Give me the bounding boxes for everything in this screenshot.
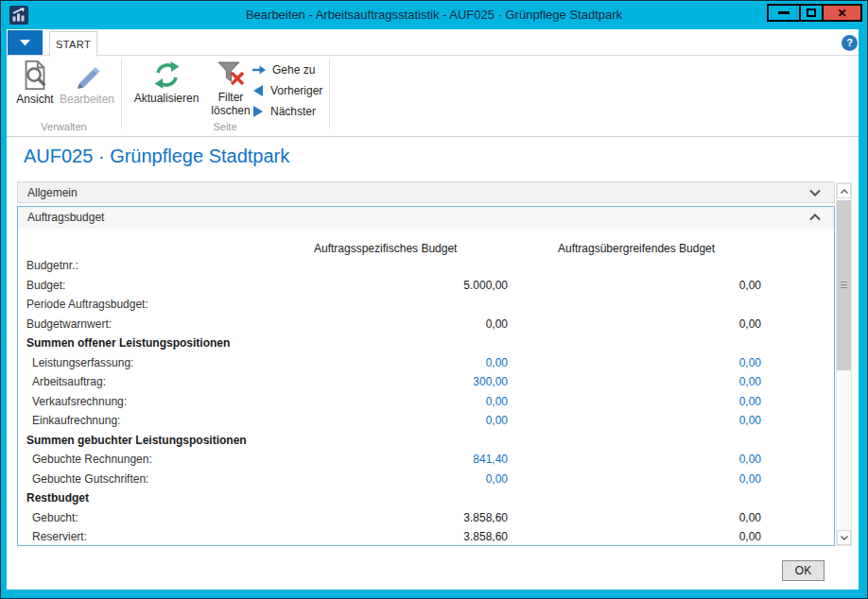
window-body: START ? Ansicht xyxy=(7,29,859,590)
budget-group-row: Summen gebuchter Leistungspositionen xyxy=(18,431,834,451)
row-label: Periode Auftragsbudget: xyxy=(26,295,148,315)
chevron-up-icon xyxy=(841,189,848,194)
budget-group-row: Restbudget xyxy=(18,488,834,508)
ribbon-nav-stack: Gehe zu Vorheriger Nächster xyxy=(252,60,322,122)
value-order-overall[interactable]: 0,00 xyxy=(739,372,761,392)
budget-field-row: Verkaufsrechnung:0,000,00 xyxy=(18,392,834,412)
fasttab-allgemein[interactable]: Allgemein xyxy=(17,181,835,203)
value-order-specific[interactable]: 841,40 xyxy=(473,450,508,470)
value-order-specific[interactable]: 0,00 xyxy=(486,392,508,412)
value-order-specific[interactable]: 0,00 xyxy=(486,470,508,489)
value-order-overall[interactable]: 0,00 xyxy=(739,450,761,470)
minimize-button[interactable] xyxy=(767,4,801,22)
group-label-verwalten: Verwalten xyxy=(7,121,121,132)
row-label: Budget: xyxy=(26,276,65,296)
budget-rows: Budgetnr.:Budget:5.000,000,00Periode Auf… xyxy=(18,256,834,545)
fasttab-label: Allgemein xyxy=(27,182,78,203)
button-label: Nächster xyxy=(270,105,316,118)
nav-statistics-window: Bearbeiten - Arbeitsauftragsstatistik - … xyxy=(0,0,868,599)
help-icon[interactable]: ? xyxy=(842,35,858,51)
budget-field-row: Arbeitsauftrag:300,000,00 xyxy=(18,372,834,392)
ribbon-tab-row: START ? xyxy=(7,29,859,56)
maximize-button[interactable] xyxy=(799,4,824,22)
budget-field-row: Periode Auftragsbudget: xyxy=(18,295,834,315)
clear-filter-icon xyxy=(216,60,246,90)
dropdown-triangle-icon xyxy=(20,40,30,46)
vertical-scrollbar[interactable] xyxy=(836,182,852,546)
value-order-overall[interactable]: 0,00 xyxy=(739,392,761,412)
value-order-overall[interactable]: 0,00 xyxy=(739,470,761,489)
row-label: Summen offener Leistungspositionen xyxy=(26,334,230,353)
maximize-icon xyxy=(807,9,816,17)
ansicht-button[interactable]: Ansicht xyxy=(13,58,57,106)
window-title: Bearbeiten - Arbeitsauftragsstatistik - … xyxy=(1,1,867,28)
scrollbar-thumb[interactable] xyxy=(837,200,851,370)
ok-button[interactable]: OK xyxy=(782,560,825,581)
row-label: Restbudget xyxy=(26,488,89,508)
bearbeiten-button: Bearbeiten xyxy=(60,58,114,106)
row-label: Summen gebuchter Leistungspositionen xyxy=(26,431,247,451)
budget-group-row: Summen offener Leistungspositionen xyxy=(18,334,834,353)
button-label: Vorheriger xyxy=(270,84,322,97)
chevron-up-icon[interactable] xyxy=(809,214,821,221)
budget-field-row: Reserviert:3.858,600,00 xyxy=(18,527,834,545)
previous-triangle-icon xyxy=(252,84,265,97)
fasttab-auftragsbudget-header[interactable]: Auftragsbudget xyxy=(18,207,834,229)
button-label: Bearbeiten xyxy=(60,93,114,106)
vorheriger-button[interactable]: Vorheriger xyxy=(252,80,322,101)
button-label: Ansicht xyxy=(13,93,57,106)
value-order-specific: 3.858,60 xyxy=(463,508,508,528)
column-header-order-specific: Auftragsspezifisches Budget xyxy=(314,242,457,255)
button-label: Filter löschen xyxy=(206,91,255,117)
scrollbar-grip-icon xyxy=(841,282,847,290)
budget-field-row: Budget:5.000,000,00 xyxy=(18,276,834,296)
budget-field-row: Gebuchte Rechnungen:841,400,00 xyxy=(18,450,834,470)
budget-field-row: Einkaufrechnung:0,000,00 xyxy=(18,411,834,431)
tab-start[interactable]: START xyxy=(49,31,97,57)
value-order-overall: 0,00 xyxy=(739,276,761,296)
row-label: Reserviert: xyxy=(32,527,87,545)
page-title: AUF025 · Grünpflege Stadtpark xyxy=(24,145,289,167)
row-label: Leistungserfassung: xyxy=(32,353,133,373)
application-menu-button[interactable] xyxy=(8,30,43,55)
go-to-arrow-icon xyxy=(252,64,267,76)
scroll-up-button[interactable] xyxy=(837,183,851,198)
aktualisieren-button[interactable]: Aktualisieren xyxy=(130,58,202,105)
row-label: Einkaufrechnung: xyxy=(32,411,120,431)
ribbon-separator xyxy=(329,59,330,128)
close-button[interactable]: ✕ xyxy=(822,4,862,22)
row-label: Gebucht: xyxy=(32,508,78,528)
button-label: Gehe zu xyxy=(272,63,315,77)
value-order-overall[interactable]: 0,00 xyxy=(739,353,761,373)
value-order-specific[interactable]: 0,00 xyxy=(486,353,508,373)
scroll-down-button[interactable] xyxy=(837,530,851,545)
row-label: Arbeitsauftrag: xyxy=(32,372,106,392)
value-order-overall: 0,00 xyxy=(739,527,761,545)
row-label: Budgetwarnwert: xyxy=(26,315,112,334)
view-document-magnifier-icon xyxy=(20,60,50,92)
refresh-icon xyxy=(151,60,182,91)
close-icon: ✕ xyxy=(837,7,846,20)
fasttab-auftragsbudget: Auftragsbudget Auftragsspezifisches Budg… xyxy=(17,206,835,546)
chevron-down-icon[interactable] xyxy=(809,189,821,197)
budget-field-row: Leistungserfassung:0,000,00 xyxy=(18,353,834,373)
group-label-seite: Seite xyxy=(121,121,329,132)
value-order-specific: 5.000,00 xyxy=(463,276,508,296)
row-label: Gebuchte Gutschriften: xyxy=(32,470,148,489)
chevron-down-icon xyxy=(841,536,848,540)
row-label: Budgetnr.: xyxy=(26,256,78,276)
budget-field-row: Budgetwarnwert:0,000,00 xyxy=(18,315,834,334)
row-label: Gebuchte Rechnungen: xyxy=(32,450,152,470)
value-order-specific: 0,00 xyxy=(486,315,508,334)
value-order-specific[interactable]: 300,00 xyxy=(473,372,508,392)
value-order-overall[interactable]: 0,00 xyxy=(739,411,761,431)
value-order-specific: 3.858,60 xyxy=(463,527,508,545)
gehe-zu-button[interactable]: Gehe zu xyxy=(252,60,322,80)
edit-pencil-icon xyxy=(72,60,102,92)
value-order-specific[interactable]: 0,00 xyxy=(486,411,508,431)
filter-loeschen-button[interactable]: Filter löschen xyxy=(206,58,255,117)
budget-field-row: Budgetnr.: xyxy=(18,256,834,276)
next-triangle-icon xyxy=(252,105,265,118)
budget-column-headers: Auftragsspezifisches Budget Auftragsüber… xyxy=(18,242,834,257)
naechster-button[interactable]: Nächster xyxy=(252,101,322,122)
